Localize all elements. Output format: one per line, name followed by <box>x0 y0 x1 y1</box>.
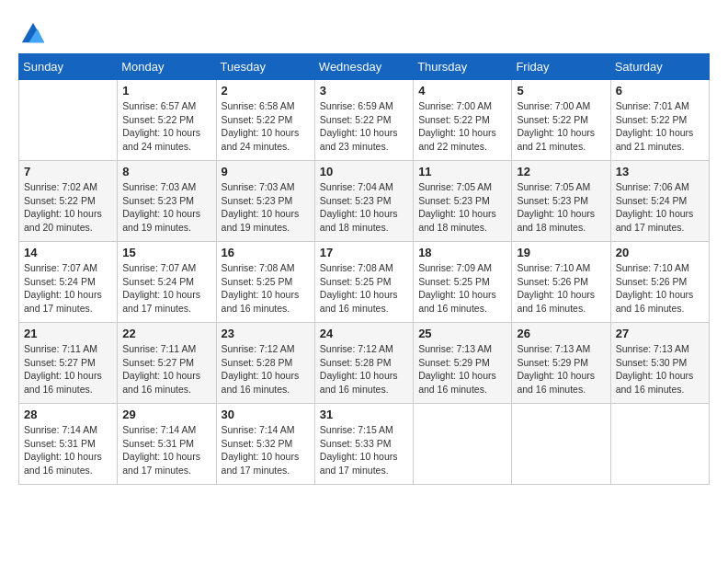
calendar-cell: 8Sunrise: 7:03 AMSunset: 5:23 PMDaylight… <box>118 161 216 242</box>
day-number: 25 <box>418 327 506 340</box>
calendar-cell: 2Sunrise: 6:58 AMSunset: 5:22 PMDaylight… <box>216 80 314 161</box>
calendar-cell: 22Sunrise: 7:11 AMSunset: 5:27 PMDayligh… <box>118 323 216 404</box>
day-info: Sunrise: 7:00 AMSunset: 5:22 PMDaylight:… <box>418 99 506 154</box>
day-info: Sunrise: 7:15 AMSunset: 5:33 PMDaylight:… <box>320 423 408 477</box>
day-number: 24 <box>320 327 408 340</box>
calendar-cell: 28Sunrise: 7:14 AMSunset: 5:31 PMDayligh… <box>19 404 118 485</box>
day-number: 2 <box>222 84 310 98</box>
day-number: 12 <box>517 165 605 178</box>
col-friday: Friday <box>512 54 610 80</box>
day-number: 17 <box>320 246 408 259</box>
calendar-cell: 7Sunrise: 7:02 AMSunset: 5:22 PMDaylight… <box>19 161 118 242</box>
calendar-cell: 13Sunrise: 7:06 AMSunset: 5:24 PMDayligh… <box>610 161 709 242</box>
day-info: Sunrise: 7:14 AMSunset: 5:31 PMDaylight:… <box>24 423 112 477</box>
day-number: 14 <box>24 246 112 259</box>
day-number: 1 <box>122 84 210 98</box>
day-info: Sunrise: 7:04 AMSunset: 5:23 PMDaylight:… <box>320 180 408 235</box>
day-number: 28 <box>24 408 112 421</box>
day-info: Sunrise: 7:03 AMSunset: 5:23 PMDaylight:… <box>222 180 310 235</box>
day-number: 20 <box>616 246 704 259</box>
header-row: Sunday Monday Tuesday Wednesday Thursday… <box>19 54 710 80</box>
day-info: Sunrise: 7:12 AMSunset: 5:28 PMDaylight:… <box>320 342 408 396</box>
day-number: 27 <box>616 327 704 340</box>
day-info: Sunrise: 7:06 AMSunset: 5:24 PMDaylight:… <box>616 180 704 235</box>
calendar-cell: 3Sunrise: 6:59 AMSunset: 5:22 PMDaylight… <box>314 80 413 161</box>
day-info: Sunrise: 7:10 AMSunset: 5:26 PMDaylight:… <box>517 261 605 316</box>
day-number: 16 <box>222 246 310 259</box>
calendar-cell: 12Sunrise: 7:05 AMSunset: 5:23 PMDayligh… <box>512 161 610 242</box>
day-number: 5 <box>517 84 605 98</box>
calendar-cell: 24Sunrise: 7:12 AMSunset: 5:28 PMDayligh… <box>314 323 413 404</box>
calendar-cell: 14Sunrise: 7:07 AMSunset: 5:24 PMDayligh… <box>19 242 118 323</box>
day-info: Sunrise: 7:09 AMSunset: 5:25 PMDaylight:… <box>418 261 506 316</box>
calendar-cell: 4Sunrise: 7:00 AMSunset: 5:22 PMDaylight… <box>414 80 512 161</box>
day-number: 4 <box>418 84 506 98</box>
day-number: 7 <box>24 165 112 178</box>
calendar-cell: 1Sunrise: 6:57 AMSunset: 5:22 PMDaylight… <box>118 80 216 161</box>
calendar-week-5: 28Sunrise: 7:14 AMSunset: 5:31 PMDayligh… <box>19 404 710 485</box>
day-info: Sunrise: 6:58 AMSunset: 5:22 PMDaylight:… <box>222 99 310 154</box>
calendar-cell: 29Sunrise: 7:14 AMSunset: 5:31 PMDayligh… <box>118 404 216 485</box>
calendar-week-3: 14Sunrise: 7:07 AMSunset: 5:24 PMDayligh… <box>19 242 710 323</box>
col-thursday: Thursday <box>414 54 512 80</box>
day-info: Sunrise: 6:59 AMSunset: 5:22 PMDaylight:… <box>320 99 408 154</box>
logo-icon <box>20 18 46 44</box>
calendar-cell <box>414 404 512 485</box>
day-number: 13 <box>616 165 704 178</box>
day-number: 11 <box>418 165 506 178</box>
calendar-cell: 20Sunrise: 7:10 AMSunset: 5:26 PMDayligh… <box>610 242 709 323</box>
calendar-body: 1Sunrise: 6:57 AMSunset: 5:22 PMDaylight… <box>19 80 710 485</box>
day-info: Sunrise: 7:14 AMSunset: 5:31 PMDaylight:… <box>122 423 210 477</box>
calendar-cell: 21Sunrise: 7:11 AMSunset: 5:27 PMDayligh… <box>19 323 118 404</box>
calendar-header: Sunday Monday Tuesday Wednesday Thursday… <box>19 54 710 80</box>
day-info: Sunrise: 7:01 AMSunset: 5:22 PMDaylight:… <box>616 99 704 154</box>
calendar-cell <box>610 404 709 485</box>
day-info: Sunrise: 7:11 AMSunset: 5:27 PMDaylight:… <box>122 342 210 396</box>
day-number: 30 <box>222 408 310 421</box>
day-number: 29 <box>122 408 210 421</box>
calendar-cell: 25Sunrise: 7:13 AMSunset: 5:29 PMDayligh… <box>414 323 512 404</box>
calendar-table: Sunday Monday Tuesday Wednesday Thursday… <box>18 53 710 485</box>
col-tuesday: Tuesday <box>216 54 314 80</box>
page-header <box>18 18 710 44</box>
day-number: 15 <box>122 246 210 259</box>
day-number: 8 <box>122 165 210 178</box>
day-info: Sunrise: 6:57 AMSunset: 5:22 PMDaylight:… <box>122 99 210 154</box>
logo <box>18 18 46 44</box>
calendar-cell: 19Sunrise: 7:10 AMSunset: 5:26 PMDayligh… <box>512 242 610 323</box>
day-info: Sunrise: 7:00 AMSunset: 5:22 PMDaylight:… <box>517 99 605 154</box>
day-info: Sunrise: 7:13 AMSunset: 5:29 PMDaylight:… <box>418 342 506 396</box>
day-info: Sunrise: 7:13 AMSunset: 5:29 PMDaylight:… <box>517 342 605 396</box>
day-info: Sunrise: 7:13 AMSunset: 5:30 PMDaylight:… <box>616 342 704 396</box>
day-info: Sunrise: 7:07 AMSunset: 5:24 PMDaylight:… <box>24 261 112 316</box>
col-saturday: Saturday <box>610 54 709 80</box>
day-info: Sunrise: 7:03 AMSunset: 5:23 PMDaylight:… <box>122 180 210 235</box>
col-wednesday: Wednesday <box>314 54 413 80</box>
calendar-cell: 26Sunrise: 7:13 AMSunset: 5:29 PMDayligh… <box>512 323 610 404</box>
calendar-cell: 17Sunrise: 7:08 AMSunset: 5:25 PMDayligh… <box>314 242 413 323</box>
day-info: Sunrise: 7:12 AMSunset: 5:28 PMDaylight:… <box>222 342 310 396</box>
calendar-cell: 9Sunrise: 7:03 AMSunset: 5:23 PMDaylight… <box>216 161 314 242</box>
calendar-cell: 10Sunrise: 7:04 AMSunset: 5:23 PMDayligh… <box>314 161 413 242</box>
day-info: Sunrise: 7:05 AMSunset: 5:23 PMDaylight:… <box>517 180 605 235</box>
col-sunday: Sunday <box>19 54 118 80</box>
day-number: 19 <box>517 246 605 259</box>
calendar-cell: 15Sunrise: 7:07 AMSunset: 5:24 PMDayligh… <box>118 242 216 323</box>
day-number: 26 <box>517 327 605 340</box>
calendar-cell: 6Sunrise: 7:01 AMSunset: 5:22 PMDaylight… <box>610 80 709 161</box>
day-number: 23 <box>222 327 310 340</box>
day-info: Sunrise: 7:07 AMSunset: 5:24 PMDaylight:… <box>122 261 210 316</box>
day-info: Sunrise: 7:02 AMSunset: 5:22 PMDaylight:… <box>24 180 112 235</box>
day-info: Sunrise: 7:08 AMSunset: 5:25 PMDaylight:… <box>320 261 408 316</box>
day-number: 31 <box>320 408 408 421</box>
day-number: 10 <box>320 165 408 178</box>
day-number: 18 <box>418 246 506 259</box>
calendar-cell <box>512 404 610 485</box>
day-info: Sunrise: 7:10 AMSunset: 5:26 PMDaylight:… <box>616 261 704 316</box>
col-monday: Monday <box>118 54 216 80</box>
calendar-cell: 5Sunrise: 7:00 AMSunset: 5:22 PMDaylight… <box>512 80 610 161</box>
calendar-week-4: 21Sunrise: 7:11 AMSunset: 5:27 PMDayligh… <box>19 323 710 404</box>
calendar-week-1: 1Sunrise: 6:57 AMSunset: 5:22 PMDaylight… <box>19 80 710 161</box>
day-number: 6 <box>616 84 704 98</box>
day-info: Sunrise: 7:11 AMSunset: 5:27 PMDaylight:… <box>24 342 112 396</box>
